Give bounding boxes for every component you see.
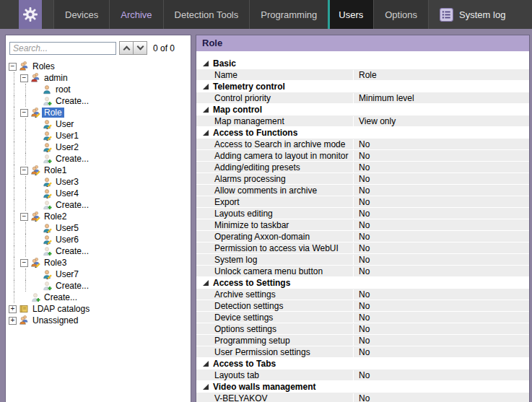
group-video-walls-management[interactable]: Video walls management (196, 381, 529, 393)
system-log-label: System log (459, 9, 505, 20)
tree-item-role[interactable]: −Role (9, 107, 189, 118)
prop-value[interactable]: View only (353, 116, 529, 126)
prop-device-settings[interactable]: Device settingsNo (196, 312, 529, 323)
tree-item-user3[interactable]: User3 (9, 176, 189, 188)
prop-detection-settings[interactable]: Detection settingsNo (196, 300, 529, 312)
tab-programming[interactable]: Programming (249, 0, 328, 29)
tree-item-admin[interactable]: −admin (9, 72, 189, 84)
prop-value[interactable]: No (353, 393, 529, 402)
group-access-to-functions[interactable]: Access to Functions (196, 127, 529, 139)
tree-item-user[interactable]: User (9, 118, 189, 130)
prop-value[interactable]: No (353, 174, 529, 184)
group-basic[interactable]: Basic (196, 58, 529, 69)
prop-value[interactable]: No (353, 243, 529, 253)
group-icon (19, 61, 29, 71)
prop-value[interactable]: No (353, 347, 529, 357)
tab-archive[interactable]: Archive (109, 0, 162, 29)
prop-unlock-camera-menu-button[interactable]: Unlock camera menu buttonNo (196, 266, 529, 277)
tree-item-create[interactable]: Create... (9, 199, 189, 211)
group-expanded-triangle-icon (203, 361, 209, 367)
prop-value[interactable]: No (353, 162, 529, 172)
prop-layouts-tab[interactable]: Layouts tabNo (196, 370, 529, 381)
tree-item-roles[interactable]: −Roles (9, 61, 189, 72)
tree-item-create[interactable]: Create... (9, 153, 189, 165)
tab-detection-tools[interactable]: Detection Tools (163, 0, 250, 29)
prop-value[interactable]: No (353, 151, 529, 161)
prop-alarms-processing[interactable]: Alarms processingNo (196, 173, 529, 185)
prop-system-log[interactable]: System logNo (196, 254, 529, 266)
search-input[interactable] (9, 42, 116, 55)
tree-item-user2[interactable]: User2 (9, 141, 189, 153)
tree-item-create[interactable]: Create... (9, 292, 189, 303)
prop-permission-to-access-via-webui[interactable]: Permission to access via WebUINo (196, 242, 529, 254)
group-access-to-settings[interactable]: Access to Settings (196, 277, 529, 289)
prop-value[interactable]: No (353, 336, 529, 346)
tree-item-user6[interactable]: User6 (9, 234, 189, 245)
tree-item-unassigned[interactable]: +Unassigned (9, 315, 189, 326)
search-prev-button[interactable] (119, 41, 134, 55)
tree-item-user7[interactable]: User7 (9, 268, 189, 280)
tree-guide (9, 118, 20, 130)
prop-value[interactable]: No (353, 289, 529, 300)
prop-adding-camera-to-layout-in-monitor[interactable]: Adding camera to layout in monitorNo (196, 150, 529, 162)
collapse-toggle[interactable]: − (20, 213, 28, 221)
prop-value[interactable]: Minimum level (353, 93, 529, 103)
tab-users[interactable]: Users (328, 0, 373, 29)
expand-toggle[interactable]: + (9, 305, 17, 313)
settings-gear-button[interactable] (19, 0, 42, 29)
prop-map-management[interactable]: Map managementView only (196, 115, 529, 127)
prop-value[interactable]: No (353, 301, 529, 311)
tree-item-user5[interactable]: User5 (9, 222, 189, 234)
system-log-button[interactable]: System log (439, 0, 505, 29)
group-telemetry-control[interactable]: Telemetry control (196, 81, 529, 92)
tab-devices[interactable]: Devices (53, 0, 109, 29)
tree-item-create[interactable]: Create... (9, 95, 189, 107)
expand-toggle[interactable]: + (9, 317, 17, 325)
tree-item-ldap-catalogs[interactable]: +LDAP catalogs (9, 303, 189, 315)
collapse-toggle[interactable]: − (9, 63, 17, 71)
collapse-toggle[interactable]: − (20, 167, 28, 175)
prop-value[interactable]: No (353, 370, 529, 380)
prop-options-settings[interactable]: Options settingsNo (196, 323, 529, 335)
tree-item-create[interactable]: Create... (9, 280, 189, 292)
tree-item-role3[interactable]: −Role3 (9, 257, 189, 268)
prop-minimize-to-taskbar[interactable]: Minimize to taskbarNo (196, 219, 529, 231)
prop-control-priority[interactable]: Control priorityMinimum level (196, 92, 529, 104)
tree-item-role2[interactable]: −Role2 (9, 211, 189, 222)
prop-v-belyakov[interactable]: V-BELYAKOVNo (196, 393, 529, 402)
prop-archive-settings[interactable]: Archive settingsNo (196, 289, 529, 300)
prop-value[interactable]: No (353, 209, 529, 219)
prop-adding-editing-presets[interactable]: Adding/editing presetsNo (196, 162, 529, 173)
prop-value[interactable]: No (353, 139, 529, 149)
prop-value[interactable]: No (353, 324, 529, 334)
collapse-toggle[interactable]: − (20, 109, 28, 117)
prop-programming-setup[interactable]: Programming setupNo (196, 335, 529, 346)
prop-value[interactable]: No (353, 185, 529, 196)
prop-value[interactable]: No (353, 232, 529, 242)
prop-value[interactable]: No (353, 197, 529, 207)
prop-name[interactable]: NameRole (196, 69, 529, 81)
prop-value[interactable]: No (353, 266, 529, 276)
prop-export[interactable]: ExportNo (196, 196, 529, 208)
prop-value[interactable]: No (353, 255, 529, 265)
tab-options[interactable]: Options (373, 0, 429, 29)
prop-allow-comments-in-archive[interactable]: Allow comments in archiveNo (196, 185, 529, 196)
prop-user-permission-settings[interactable]: User Permission settingsNo (196, 346, 529, 358)
group-pencil-icon (30, 165, 40, 175)
group-map-control[interactable]: Map control (196, 104, 529, 115)
prop-access-to-search-in-archive-mode[interactable]: Access to Search in archive modeNo (196, 139, 529, 150)
tree-item-create[interactable]: Create... (9, 245, 189, 257)
prop-value[interactable]: No (353, 313, 529, 323)
prop-layouts-editing[interactable]: Layouts editingNo (196, 208, 529, 219)
prop-value[interactable]: Role (353, 70, 529, 80)
tree-item-user4[interactable]: User4 (9, 188, 189, 199)
prop-operating-axxon-domain[interactable]: Operating Axxon-domainNo (196, 231, 529, 242)
group-access-to-tabs[interactable]: Access to Tabs (196, 358, 529, 370)
tree-item-user1[interactable]: User1 (9, 130, 189, 141)
collapse-toggle[interactable]: − (20, 259, 28, 267)
prop-value[interactable]: No (353, 220, 529, 230)
collapse-toggle[interactable]: − (20, 74, 28, 82)
tree-item-role1[interactable]: −Role1 (9, 165, 189, 176)
search-next-button[interactable] (133, 41, 147, 55)
tree-item-root[interactable]: root (9, 84, 189, 95)
